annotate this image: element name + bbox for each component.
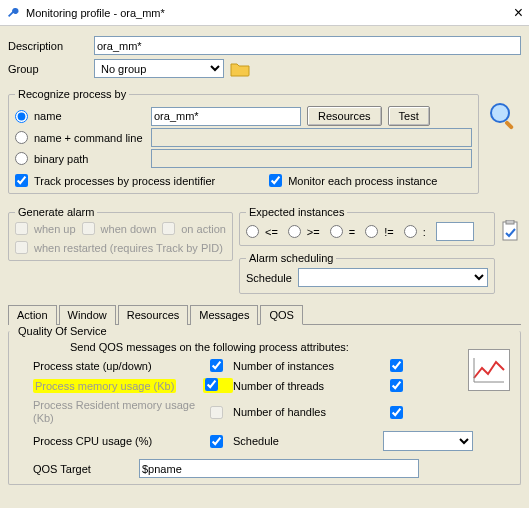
folder-icon[interactable] (230, 61, 250, 77)
qos-mem-checkbox[interactable] (205, 378, 218, 391)
close-icon[interactable]: × (514, 4, 523, 22)
radio-name-cmd-label: name + command line (34, 132, 143, 144)
exp-lte[interactable] (246, 225, 259, 238)
qos-threads-checkbox[interactable] (383, 379, 410, 392)
monitor-each-checkbox[interactable] (269, 174, 282, 187)
alarm-sched-legend: Alarm scheduling (246, 252, 336, 264)
alarm-action-checkbox (162, 222, 175, 235)
qos-schedule-select[interactable] (383, 431, 473, 451)
tab-action[interactable]: Action (8, 305, 57, 325)
recognize-fieldset: Recognize process by name Resources Test… (8, 88, 479, 194)
test-button[interactable]: Test (388, 106, 430, 126)
chart-icon (468, 349, 510, 391)
recognize-legend: Recognize process by (15, 88, 129, 100)
tab-window[interactable]: Window (59, 305, 116, 325)
qos-cpu-checkbox[interactable] (203, 435, 230, 448)
alarm-sched-select[interactable] (298, 268, 488, 287)
expected-value-input[interactable] (436, 222, 474, 241)
exp-eq[interactable] (330, 225, 343, 238)
radio-name[interactable] (15, 110, 28, 123)
tab-strip: Action Window Resources Messages QOS (8, 304, 521, 325)
qos-state-checkbox[interactable] (203, 359, 230, 372)
titlebar: Monitoring profile - ora_mm* × (0, 0, 529, 26)
svg-point-0 (491, 104, 509, 122)
clipboard-check-icon[interactable] (501, 220, 521, 242)
alarm-down-checkbox (82, 222, 95, 235)
track-pid-checkbox[interactable] (15, 174, 28, 187)
binary-input (151, 149, 472, 168)
process-name-input[interactable] (151, 107, 301, 126)
qos-resmem-checkbox (203, 406, 230, 419)
description-input[interactable] (94, 36, 521, 55)
wrench-icon (6, 6, 20, 20)
group-select[interactable]: No group (94, 59, 224, 78)
qos-handles-label: Number of handles (233, 406, 383, 418)
alarm-up-checkbox (15, 222, 28, 235)
alarm-action-label: on action (181, 223, 226, 235)
alarm-up-label: when up (34, 223, 76, 235)
group-label: Group (8, 63, 88, 75)
qos-mem-label: Process memory usage (Kb) (33, 379, 176, 393)
qos-handles-checkbox[interactable] (383, 406, 410, 419)
qos-legend: Quality Of Service (15, 325, 110, 337)
radio-binary[interactable] (15, 152, 28, 165)
qos-target-input[interactable] (139, 459, 419, 478)
tab-qos[interactable]: QOS (260, 305, 302, 325)
monitor-each-label: Monitor each process instance (288, 175, 437, 187)
cmdline-input (151, 128, 472, 147)
alarm-sched-fieldset: Alarm scheduling Schedule (239, 252, 495, 294)
qos-schedule-label: Schedule (233, 435, 383, 447)
tab-messages[interactable]: Messages (190, 305, 258, 325)
alarm-restart-label: when restarted (requires Track by PID) (34, 242, 223, 254)
svg-rect-3 (506, 220, 514, 224)
qos-intro: Send QOS messages on the following proce… (70, 341, 514, 353)
svg-rect-2 (503, 222, 517, 240)
radio-binary-label: binary path (34, 153, 88, 165)
svg-rect-1 (504, 120, 514, 130)
resources-button[interactable]: Resources (307, 106, 382, 126)
radio-name-label: name (34, 110, 62, 122)
alarm-sched-label: Schedule (246, 272, 292, 284)
exp-colon[interactable] (404, 225, 417, 238)
window-title: Monitoring profile - ora_mm* (26, 7, 165, 19)
track-pid-label: Track processes by process identifier (34, 175, 215, 187)
qos-resmem-label: Process Resident memory usage (Kb) (33, 399, 203, 425)
exp-neq[interactable] (365, 225, 378, 238)
qos-instances-checkbox[interactable] (383, 359, 410, 372)
qos-target-label: QOS Target (33, 463, 133, 475)
description-label: Description (8, 40, 88, 52)
generate-alarm-fieldset: Generate alarm when up when down on acti… (8, 206, 233, 261)
expected-legend: Expected instances (246, 206, 347, 218)
qos-state-label: Process state (up/down) (33, 360, 203, 372)
qos-cpu-label: Process CPU usage (%) (33, 435, 203, 447)
generate-alarm-legend: Generate alarm (15, 206, 97, 218)
alarm-restart-checkbox (15, 241, 28, 254)
qos-fieldset: Quality Of Service Send QOS messages on … (8, 325, 521, 485)
radio-name-cmd[interactable] (15, 131, 28, 144)
expected-fieldset: Expected instances <= >= = != : (239, 206, 495, 246)
qos-threads-label: Number of threads (233, 380, 383, 392)
magnifier-icon (485, 98, 521, 134)
qos-instances-label: Number of instances (233, 360, 383, 372)
alarm-down-label: when down (101, 223, 157, 235)
exp-gte[interactable] (288, 225, 301, 238)
tab-resources[interactable]: Resources (118, 305, 189, 325)
